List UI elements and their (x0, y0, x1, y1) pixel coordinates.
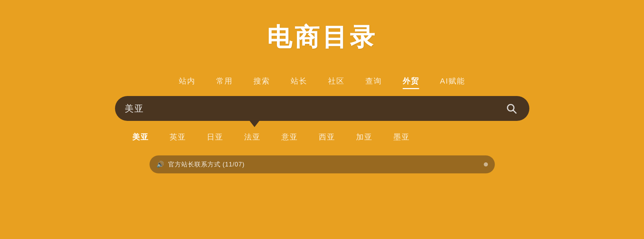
nav-item-sou-suo[interactable]: 搜索 (253, 75, 270, 88)
nav-item-zhan-chang[interactable]: 站长 (291, 75, 307, 88)
nav-item-ai-fu-neng[interactable]: AI赋能 (440, 75, 465, 88)
tab-item-ying-ya[interactable]: 英亚 (159, 129, 196, 145)
tab-item-xi-ya[interactable]: 西亚 (308, 129, 346, 145)
search-input[interactable] (125, 103, 503, 114)
announcement-text: 官方站长联系方式 (11/07) (168, 160, 480, 169)
announcement-dot (484, 162, 488, 166)
page-title: 电商目录 (267, 21, 377, 54)
dropdown-arrow (250, 121, 259, 127)
nav-bar: 站内常用搜索站长社区查询外贸AI赋能 (179, 75, 465, 88)
tab-item-mo-ya[interactable]: 墨亚 (383, 129, 420, 145)
nav-item-zhan-nei[interactable]: 站内 (179, 75, 195, 88)
search-icon (506, 103, 517, 114)
tab-item-jia-ya[interactable]: 加亚 (346, 129, 383, 145)
tabs-row: 美亚英亚日亚法亚意亚西亚加亚墨亚 (115, 129, 529, 145)
tab-item-yi-ya[interactable]: 意亚 (271, 129, 308, 145)
search-button[interactable] (503, 100, 520, 117)
tab-item-ri-ya[interactable]: 日亚 (196, 129, 234, 145)
speaker-icon: 🔊 (156, 161, 164, 168)
tab-item-mei-ya[interactable]: 美亚 (122, 129, 159, 145)
search-container (115, 96, 529, 121)
search-bar (115, 96, 529, 121)
nav-item-wai-mao[interactable]: 外贸 (403, 75, 419, 88)
svg-line-1 (513, 110, 516, 113)
nav-item-chang-yong[interactable]: 常用 (216, 75, 233, 88)
tab-item-fa-ya[interactable]: 法亚 (234, 129, 271, 145)
announcement-bar: 🔊 官方站长联系方式 (11/07) (150, 155, 495, 173)
nav-item-she-qu[interactable]: 社区 (328, 75, 345, 88)
page-wrapper: 电商目录 站内常用搜索站长社区查询外贸AI赋能 美亚英亚日亚法亚意亚西亚加亚墨亚… (0, 0, 644, 239)
nav-item-cha-xun[interactable]: 查询 (365, 75, 382, 88)
